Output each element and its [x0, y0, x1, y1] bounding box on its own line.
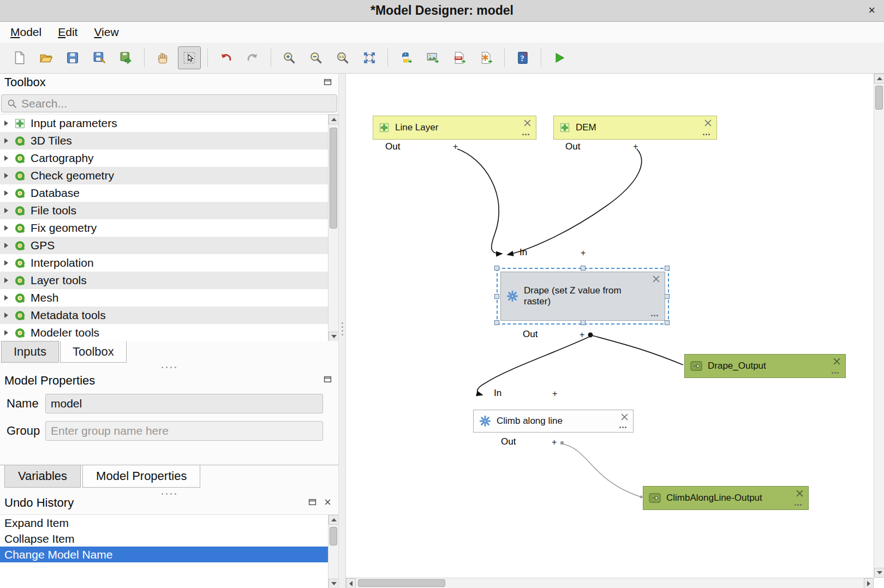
undo-item[interactable]: Collapse Item: [0, 531, 338, 547]
help-button[interactable]: ?: [511, 46, 534, 69]
node-line-layer[interactable]: Line Layer: [373, 116, 536, 140]
float-panel-icon[interactable]: [308, 498, 316, 506]
select-move-item-button[interactable]: [178, 46, 201, 69]
undo-item[interactable]: Expand Item: [0, 515, 338, 531]
toolbox-group-check-geometry[interactable]: Check geometry: [0, 167, 338, 184]
tab-inputs[interactable]: Inputs: [1, 341, 59, 363]
toolbox-group-metadata-tools[interactable]: Metadata tools: [0, 307, 338, 324]
port-out-label[interactable]: Out: [565, 141, 580, 152]
selection-handle[interactable]: [665, 294, 670, 299]
scroll-left-button[interactable]: [346, 578, 356, 588]
new-model-button[interactable]: [8, 46, 31, 69]
selection-handle[interactable]: [665, 320, 670, 325]
scroll-thumb[interactable]: [875, 86, 883, 110]
close-panel-icon[interactable]: [324, 498, 332, 506]
collapse-node-icon[interactable]: [620, 413, 629, 421]
expand-arrow-icon[interactable]: [4, 208, 8, 213]
port-out-label[interactable]: Out: [523, 329, 537, 340]
undo-history-scrollbar[interactable]: [328, 515, 338, 588]
zoom-out-button[interactable]: [304, 46, 327, 69]
port-expand-plus[interactable]: +: [633, 142, 638, 152]
save-model-button[interactable]: [61, 46, 84, 69]
scroll-right-button[interactable]: [864, 578, 874, 588]
model-group-input[interactable]: [45, 421, 323, 441]
node-dem[interactable]: DEM: [553, 116, 717, 140]
undo-item-selected[interactable]: Change Model Name: [0, 547, 338, 562]
expand-arrow-icon[interactable]: [4, 173, 8, 178]
tab-model-properties[interactable]: Model Properties: [82, 465, 200, 488]
scroll-up-button[interactable]: [328, 515, 338, 525]
canvas-vertical-scrollbar[interactable]: [874, 74, 884, 578]
toolbox-group-fix-geometry[interactable]: Fix geometry: [0, 219, 338, 237]
zoom-full-button[interactable]: [358, 46, 381, 69]
selection-handle[interactable]: [494, 294, 499, 299]
expand-arrow-icon[interactable]: [4, 155, 8, 161]
port-expand-plus[interactable]: +: [453, 142, 458, 152]
export-image-button[interactable]: [421, 46, 444, 69]
port-out-label[interactable]: Out: [501, 436, 516, 447]
export-pdf-button[interactable]: PDF: [448, 46, 471, 69]
expand-arrow-icon[interactable]: [4, 243, 8, 248]
toolbox-group-mesh[interactable]: Mesh: [0, 289, 338, 307]
port-expand-plus[interactable]: +: [581, 248, 586, 258]
menu-model[interactable]: Model: [2, 23, 50, 41]
redo-button[interactable]: [241, 46, 264, 69]
port-in-label[interactable]: In: [519, 247, 527, 258]
canvas-horizontal-scrollbar[interactable]: [346, 578, 874, 588]
scroll-thumb[interactable]: [330, 128, 337, 229]
selection-handle[interactable]: [494, 320, 499, 325]
export-python-button[interactable]: [395, 46, 417, 69]
zoom-in-button[interactable]: [278, 46, 301, 69]
port-in-label[interactable]: In: [494, 388, 501, 399]
scroll-down-button[interactable]: [328, 579, 338, 588]
toolbox-group-gps[interactable]: GPS: [0, 237, 338, 254]
scroll-thumb[interactable]: [358, 579, 445, 587]
expand-arrow-icon[interactable]: [4, 138, 8, 143]
expand-arrow-icon[interactable]: [4, 260, 8, 266]
selection-handle[interactable]: [494, 266, 499, 271]
collapse-node-icon[interactable]: [704, 119, 712, 127]
menu-edit[interactable]: Edit: [50, 23, 86, 41]
collapse-node-icon[interactable]: [652, 275, 660, 283]
tab-variables[interactable]: Variables: [4, 465, 81, 488]
expand-arrow-icon[interactable]: [4, 225, 8, 231]
toolbox-group-layer-tools[interactable]: Layer tools: [0, 272, 338, 289]
zoom-actual-button[interactable]: 1:1: [331, 46, 354, 69]
selection-handle[interactable]: [665, 266, 670, 271]
port-expand-plus[interactable]: +: [580, 330, 584, 340]
expand-arrow-icon[interactable]: [4, 190, 8, 196]
open-model-button[interactable]: [34, 46, 57, 69]
scroll-down-button[interactable]: [328, 332, 338, 341]
collapse-node-icon[interactable]: [833, 357, 841, 365]
toolbox-group-cartography[interactable]: Cartography: [0, 149, 338, 167]
splitter-handle[interactable]: [162, 493, 176, 495]
node-drape-output[interactable]: Drape_Output: [684, 354, 846, 378]
selection-handle[interactable]: [581, 266, 586, 271]
toolbox-group-modeler-tools[interactable]: Modeler tools: [0, 324, 338, 341]
scroll-up-button[interactable]: [328, 115, 338, 124]
save-model-in-project-button[interactable]: [115, 46, 138, 69]
scroll-up-button[interactable]: [874, 74, 884, 83]
float-panel-icon[interactable]: [324, 375, 332, 383]
run-model-button[interactable]: [548, 46, 571, 69]
model-name-input[interactable]: [45, 394, 323, 413]
panel-canvas-splitter[interactable]: [338, 74, 346, 588]
toolbox-group-3d-tiles[interactable]: 3D Tiles: [0, 132, 338, 149]
collapse-node-icon[interactable]: [523, 119, 531, 127]
toolbox-group-file-tools[interactable]: File tools: [0, 202, 338, 219]
save-model-as-button[interactable]: [88, 46, 111, 69]
port-out-label[interactable]: Out: [385, 141, 400, 152]
undo-button[interactable]: [214, 46, 237, 69]
scroll-thumb[interactable]: [330, 527, 337, 545]
node-drape[interactable]: Drape (set Z value from raster): [500, 272, 665, 321]
float-panel-icon[interactable]: [324, 78, 332, 86]
pan-button[interactable]: [151, 46, 174, 69]
toolbox-group-input-parameters[interactable]: Input parameters: [0, 115, 338, 132]
expand-arrow-icon[interactable]: [4, 330, 8, 335]
search-input[interactable]: [21, 97, 316, 110]
model-canvas[interactable]: Line Layer Out + DEM Out + In + Drape (s…: [346, 74, 884, 588]
toolbox-group-database[interactable]: Database: [0, 184, 338, 202]
close-window-button[interactable]: ×: [868, 3, 875, 17]
port-expand-plus[interactable]: +: [552, 437, 557, 447]
toolbox-group-interpolation[interactable]: Interpolation: [0, 254, 338, 272]
